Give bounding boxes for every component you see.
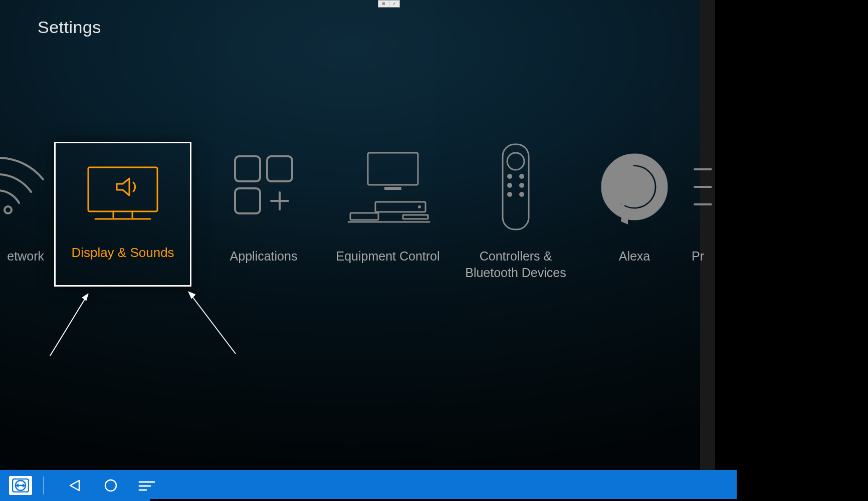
teamviewer-app-icon[interactable] [9,476,32,495]
applications-icon [219,142,309,232]
svg-point-40 [105,480,116,491]
nav-divider [43,476,44,494]
tile-label: Display & Sounds [71,244,174,262]
svg-rect-17 [503,144,529,229]
screencast-toolbar[interactable]: ⊞⤢ [378,0,400,8]
display-sounds-icon [56,148,190,238]
tile-preferences[interactable]: Pr [692,142,712,265]
svg-rect-5 [235,156,260,181]
tile-equipment-control[interactable]: Equipment Control [333,142,443,265]
tile-label: etwork [0,248,44,265]
svg-marker-32 [82,294,88,301]
annotation-arrow-left [45,286,100,361]
svg-point-21 [507,183,512,188]
tile-label: Alexa [619,248,650,265]
nav-back-button[interactable] [59,470,91,501]
svg-point-20 [519,174,524,179]
svg-point-13 [418,205,421,208]
svg-rect-11 [384,187,401,190]
side-panel [700,0,868,501]
tile-label: Controllers & Bluetooth Devices [458,248,573,281]
svg-point-22 [519,183,524,188]
remote-icon [471,142,561,232]
annotation-arrow-right [176,285,242,360]
svg-point-0 [5,206,12,213]
settings-screen: ⊞⤢ Settings etwork [0,0,700,470]
tile-controllers-bluetooth[interactable]: Controllers & Bluetooth Devices [453,142,578,281]
svg-point-23 [507,192,512,197]
tile-applications[interactable]: Applications [208,142,319,265]
android-nav-bar [0,470,737,501]
tile-label: Applications [230,248,298,265]
svg-rect-15 [403,215,428,219]
side-panel-inner [715,0,868,501]
svg-point-18 [507,153,524,170]
svg-line-33 [188,292,236,354]
page-title: Settings [38,18,101,37]
svg-rect-7 [235,188,260,213]
settings-carousel: etwork Display & Sounds [0,142,700,292]
bottom-edge [150,499,737,501]
tile-label: Equipment Control [336,248,440,265]
svg-rect-14 [350,213,378,220]
svg-line-31 [50,294,88,356]
svg-rect-10 [368,153,418,185]
equipment-control-icon [343,142,433,232]
nav-recents-button[interactable] [131,470,163,501]
svg-rect-6 [267,156,292,181]
nav-home-button[interactable] [95,470,127,501]
wifi-icon [0,142,44,232]
preferences-icon [657,142,747,232]
svg-marker-34 [188,292,195,299]
tile-label: Pr [692,248,712,265]
tile-display-sounds[interactable]: Display & Sounds [54,142,191,287]
svg-point-24 [519,192,524,197]
tile-network[interactable]: etwork [0,142,44,265]
svg-point-19 [507,174,512,179]
